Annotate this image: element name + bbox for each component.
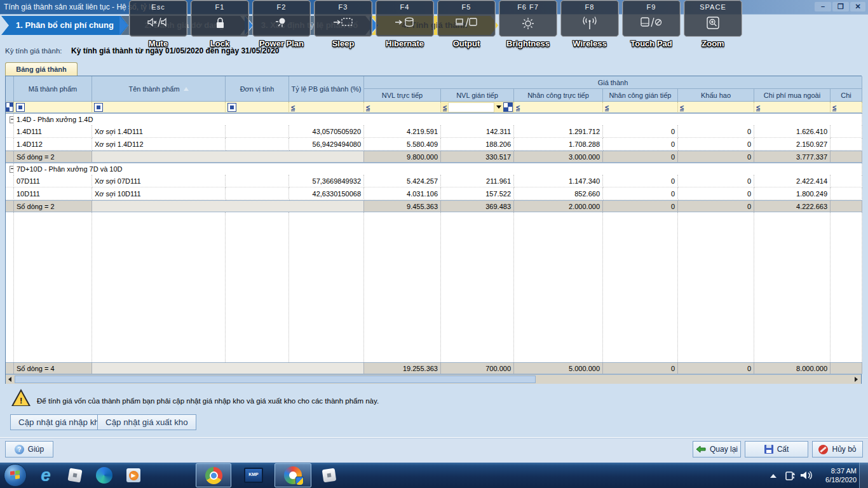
- back-label: Quay lại: [710, 445, 738, 454]
- save-button[interactable]: Cất: [745, 441, 808, 458]
- osd-key-name: F8: [561, 3, 618, 11]
- show-desktop-button[interactable]: [859, 463, 868, 488]
- cost-column-header-2[interactable]: Nhân công trực tiếp: [514, 89, 603, 102]
- chrome-icon: [205, 467, 222, 484]
- table-row[interactable]: 07D111Xơ sợi 07D11157,36698499325.424.25…: [6, 175, 862, 187]
- hibernate-disk-icon: [376, 16, 433, 29]
- zoom-magnifier-icon: [684, 16, 742, 31]
- scroll-left-icon[interactable]: [8, 377, 11, 382]
- taskbar-kmplayer-button[interactable]: KMP: [239, 463, 268, 487]
- sleep-ram-icon: [315, 16, 372, 29]
- taskbar-chrome-button[interactable]: [196, 463, 231, 487]
- taskbar-app2-button[interactable]: [316, 463, 342, 487]
- touchpad-icon: [623, 16, 680, 29]
- cost-column-header-6[interactable]: Chi: [831, 89, 862, 102]
- power-plug-icon[interactable]: [784, 469, 797, 482]
- filter-condition-icon[interactable]: [503, 102, 513, 112]
- scroll-right-icon[interactable]: [855, 377, 858, 382]
- cancel-button[interactable]: Hủy bỏ: [812, 441, 863, 458]
- windows-start-icon: [4, 464, 27, 487]
- media-player-icon: ▶: [126, 468, 140, 482]
- taskbar-edge-button[interactable]: [92, 463, 117, 487]
- grand-summary-row[interactable]: Số dòng = 419.255.363700.0005.000.000008…: [6, 362, 862, 374]
- group-label: 7D+10D - Phân xưởng 7D và 10D: [14, 163, 862, 175]
- cost-column-header-0[interactable]: NVL trực tiếp: [364, 89, 441, 102]
- osd-key-function-label: Output: [437, 39, 496, 48]
- group-summary-row[interactable]: Số dòng = 29.455.363369.4832.000.000004.…: [6, 200, 862, 212]
- column-header-3[interactable]: Tỷ lệ PB giá thành (%): [289, 76, 364, 102]
- cost-column-header-3[interactable]: Nhân công gián tiếp: [603, 89, 678, 102]
- wizard-step-1[interactable]: 1. Phân bổ chi phí chung: [1, 16, 128, 35]
- back-button[interactable]: Quay lại: [693, 441, 741, 458]
- volume-icon[interactable]: [799, 469, 813, 482]
- horizontal-scrollbar[interactable]: [6, 374, 861, 384]
- osd-key-wireless: F8: [560, 0, 619, 37]
- cancel-label: Hủy bỏ: [832, 445, 856, 454]
- osd-key-output: F5: [437, 0, 496, 37]
- tray-time: 8:37 AM: [816, 466, 857, 475]
- filter-button[interactable]: [227, 103, 236, 112]
- app-window: Tính giá thành sản xuất liên tục - Hệ số…: [0, 0, 868, 488]
- table-row[interactable]: 10D111Xơ sợi 10D11142,63301500684.031.10…: [6, 187, 862, 200]
- scrollbar-thumb[interactable]: [15, 376, 536, 383]
- taskbar-ie-button[interactable]: e: [33, 463, 58, 487]
- filter-select-all-icon[interactable]: [6, 102, 13, 112]
- bulb-icon: [253, 16, 310, 30]
- taskbar-wmp-button[interactable]: ▶: [121, 463, 146, 487]
- display-output-icon: [438, 16, 495, 29]
- osd-key-function-label: Brightness: [499, 39, 557, 48]
- start-button[interactable]: [3, 463, 28, 487]
- white-app-icon-2: [322, 468, 337, 483]
- osd-key-name: F5: [438, 3, 495, 11]
- update-export-price-button[interactable]: Cập nhật giá xuất kho: [97, 414, 196, 430]
- osd-key-name: F4: [376, 3, 433, 11]
- save-floppy-icon: [764, 445, 773, 454]
- group-row[interactable]: 1.4D - Phân xưởng 1.4D: [6, 113, 862, 126]
- minimize-button[interactable]: –: [815, 2, 831, 11]
- cost-column-header-1[interactable]: NVL gián tiếp: [441, 89, 514, 102]
- help-button[interactable]: ? Giúp: [5, 441, 53, 458]
- osd-key-power-plan: F2: [252, 0, 311, 37]
- group-row[interactable]: 7D+10D - Phân xưởng 7D và 10D: [6, 163, 862, 175]
- filter-input[interactable]: [448, 102, 494, 112]
- column-header-2[interactable]: Đơn vị tính: [226, 76, 289, 102]
- cost-column-header-4[interactable]: Khấu hao: [678, 89, 754, 102]
- cost-column-header-5[interactable]: Chi phí mua ngoài: [754, 89, 831, 102]
- collapse-icon[interactable]: [10, 166, 14, 173]
- table-row[interactable]: 1.4D112Xơ sợi 1.4D11256,94294940805.580.…: [6, 138, 862, 151]
- warning-text: Để tính giá vốn của thành phẩm bạn phải …: [37, 397, 379, 405]
- osd-key-function-label: Hibernate: [376, 39, 434, 48]
- taskbar-misa-button[interactable]: [275, 463, 311, 487]
- cost-table: Mã thành phẩmTên thành phẩmĐơn vị tínhTỷ…: [5, 76, 862, 384]
- group-summary-row[interactable]: Số dòng = 29.800.000330.5173.000.000003.…: [6, 151, 862, 163]
- taskbar: e ▶ KMP 8:37 AM 6/18/2020: [0, 463, 868, 488]
- cost-group-header: Giá thành: [364, 76, 862, 89]
- period-value: Kỳ tính giá thành từ ngày 01/05/2020 đến…: [71, 46, 280, 55]
- filter-button[interactable]: [16, 103, 25, 112]
- table-row[interactable]: 1.4D111Xơ sợi 1.4D11143,05705059204.219.…: [6, 125, 862, 138]
- help-label: Giúp: [28, 445, 44, 454]
- restore-button[interactable]: ❐: [832, 2, 849, 11]
- osd-key-function-label: Sleep: [314, 39, 372, 48]
- close-button[interactable]: ✕: [850, 2, 865, 11]
- tray-expand-icon[interactable]: [770, 474, 776, 478]
- filter-button[interactable]: [94, 103, 103, 112]
- taskbar-app1-button[interactable]: [62, 463, 88, 487]
- white-app-icon: [67, 468, 82, 482]
- column-header-1[interactable]: Tên thành phẩm: [92, 76, 226, 102]
- filter-dropdown-icon[interactable]: [496, 105, 501, 109]
- tray-clock[interactable]: 8:37 AM 6/18/2020: [816, 466, 857, 484]
- period-label: Kỳ tính giá thành:: [5, 47, 62, 55]
- osd-key-function-label: Wireless: [560, 39, 619, 48]
- sort-ascending-icon: [184, 87, 189, 91]
- osd-key-lock: F1: [191, 0, 249, 37]
- collapse-icon[interactable]: [10, 116, 14, 123]
- save-label: Cất: [777, 445, 789, 454]
- mute-speaker-icon: [130, 16, 187, 29]
- kmplayer-icon: KMP: [244, 468, 263, 483]
- tab-bang-gia-thanh[interactable]: Bảng giá thành: [5, 62, 78, 76]
- column-header-0[interactable]: Mã thành phẩm: [14, 76, 92, 102]
- warning-exclamation: !: [20, 396, 22, 405]
- osd-key-name: SPACE: [684, 3, 742, 11]
- osd-key-touch-pad: F9: [622, 0, 681, 37]
